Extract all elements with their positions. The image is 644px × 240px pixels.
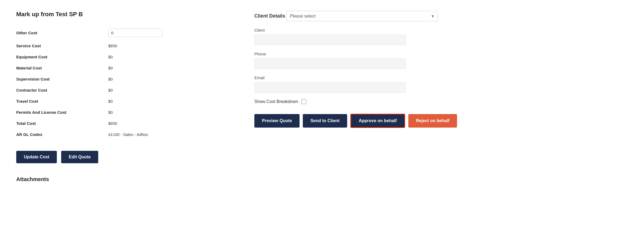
contractor-cost-value: $0 xyxy=(108,85,222,96)
show-cost-breakdown-row: Show Cost Breakdown xyxy=(254,99,628,104)
email-field-group: Email xyxy=(254,75,628,93)
table-row-supervision-cost: Supervision Cost $0 xyxy=(16,74,222,85)
other-cost-label: Other Cost xyxy=(16,25,108,40)
other-cost-input[interactable] xyxy=(108,29,162,37)
reject-on-behalf-button[interactable]: Reject on behalf xyxy=(408,114,457,128)
show-cost-breakdown-label: Show Cost Breakdown xyxy=(254,99,298,104)
table-row-ar-gl-codes: AR GL Codes 41100 - Sales - Adhoc xyxy=(16,129,222,140)
material-cost-label: Material Cost xyxy=(16,62,108,74)
equipment-cost-label: Equipment Cost xyxy=(16,51,108,62)
table-row-permits-cost: Permits And License Cost $0 xyxy=(16,107,222,118)
client-field-group: Client xyxy=(254,28,628,45)
phone-field-group: Phone xyxy=(254,52,628,69)
approve-on-behalf-button[interactable]: Approve on behalf xyxy=(350,114,405,128)
other-cost-value[interactable] xyxy=(108,25,222,40)
select-wrapper: Please select ▼ xyxy=(286,11,438,21)
quote-buttons: Preview Quote Send to Client Approve on … xyxy=(254,114,628,128)
permits-cost-label: Permits And License Cost xyxy=(16,107,108,118)
table-row-equipment-cost: Equipment Cost $0 xyxy=(16,51,222,62)
total-cost-label: Total Cost xyxy=(16,118,108,129)
email-input xyxy=(254,82,406,93)
client-details-select[interactable]: Please select xyxy=(286,11,438,21)
preview-quote-button[interactable]: Preview Quote xyxy=(254,114,300,128)
send-to-client-button[interactable]: Send to Client xyxy=(303,114,347,128)
main-content: Mark up from Test SP B Other Cost Servic… xyxy=(16,11,628,182)
total-cost-value: $650 xyxy=(108,118,222,129)
phone-input xyxy=(254,58,406,69)
table-row-other-cost: Other Cost xyxy=(16,25,222,40)
show-cost-breakdown-checkbox[interactable] xyxy=(301,99,306,104)
table-row-travel-cost: Travel Cost $0 xyxy=(16,96,222,107)
supervision-cost-value: $0 xyxy=(108,74,222,85)
travel-cost-value: $0 xyxy=(108,96,222,107)
edit-quote-button[interactable]: Edit Quote xyxy=(61,151,98,163)
material-cost-value: $0 xyxy=(108,62,222,74)
phone-label: Phone xyxy=(254,52,628,56)
email-label: Email xyxy=(254,75,628,80)
table-row-service-cost: Service Cost $650 xyxy=(16,40,222,51)
update-cost-button[interactable]: Update Cost xyxy=(16,151,57,163)
ar-gl-codes-label: AR GL Codes xyxy=(16,129,108,140)
client-input xyxy=(254,35,406,45)
equipment-cost-value: $0 xyxy=(108,51,222,62)
service-cost-value: $650 xyxy=(108,40,222,51)
left-panel: Mark up from Test SP B Other Cost Servic… xyxy=(16,11,238,182)
attachments-title: Attachments xyxy=(16,176,222,182)
page-container: Mark up from Test SP B Other Cost Servic… xyxy=(0,0,644,240)
table-row-contractor-cost: Contractor Cost $0 xyxy=(16,85,222,96)
right-panel: Client Details Please select ▼ Client Ph… xyxy=(238,11,628,182)
travel-cost-label: Travel Cost xyxy=(16,96,108,107)
client-details-header: Client Details xyxy=(254,13,285,19)
cost-table: Other Cost Service Cost $650 Equipment C… xyxy=(16,25,222,140)
service-cost-label: Service Cost xyxy=(16,40,108,51)
ar-gl-codes-value: 41100 - Sales - Adhoc xyxy=(108,129,222,140)
action-buttons: Update Cost Edit Quote xyxy=(16,151,222,163)
table-row-total-cost: Total Cost $650 xyxy=(16,118,222,129)
permits-cost-value: $0 xyxy=(108,107,222,118)
contractor-cost-label: Contractor Cost xyxy=(16,85,108,96)
client-details-group: Client Details Please select ▼ xyxy=(254,11,628,21)
table-row-material-cost: Material Cost $0 xyxy=(16,62,222,74)
supervision-cost-label: Supervision Cost xyxy=(16,74,108,85)
section-title: Mark up from Test SP B xyxy=(16,11,222,18)
client-label: Client xyxy=(254,28,628,32)
